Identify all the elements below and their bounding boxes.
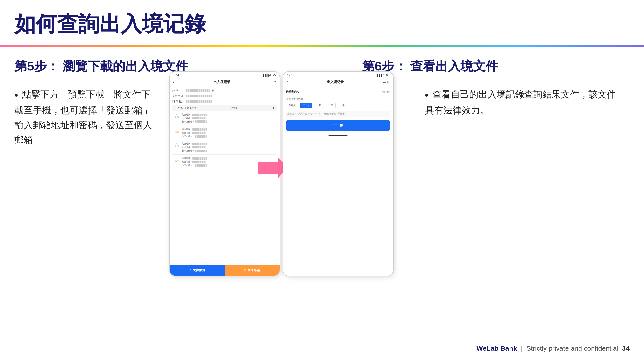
entry2-details: 入境时间： 入境口岸： 所持证件号： bbox=[182, 142, 275, 152]
entry-label-2: ✈ 入境 bbox=[174, 142, 180, 148]
exit-item-1: ✈ 出境 出境时间： 出境口岸： 所持证件号： bbox=[172, 125, 277, 140]
rainbow-divider bbox=[0, 45, 644, 46]
query-person-value[interactable]: 谢丹娜 › bbox=[382, 90, 390, 94]
phone-left-time: 17:47 bbox=[174, 74, 180, 77]
results-header: 出入境记录查询结果 共4条 ⬇ bbox=[172, 105, 277, 111]
range-5years[interactable]: 五年 bbox=[326, 103, 336, 108]
page-title: 如何查詢出入境记錄 bbox=[14, 10, 206, 38]
phone-right-status-bar: 17:47 ▐▐▐ ⊙ 95 bbox=[283, 72, 393, 78]
query-person-label: 选择查询人 bbox=[286, 90, 299, 94]
phone-left-nav-icons: ··· ⊙ bbox=[270, 80, 276, 84]
period-value bbox=[186, 100, 212, 103]
range-custom[interactable]: 自定义 bbox=[286, 103, 298, 108]
home-indicator bbox=[328, 135, 348, 136]
period-row: 时 间 段： bbox=[172, 100, 277, 103]
plane-icon-exit1: ✈ bbox=[176, 128, 178, 130]
step5-heading: 第5步： 瀏覽下載的出入境文件 bbox=[14, 58, 188, 75]
bird-icon: 🐦 bbox=[211, 89, 215, 92]
name-label: 姓 名： bbox=[172, 89, 186, 92]
back-icon-right[interactable]: ‹ bbox=[286, 79, 288, 84]
range-3months[interactable]: 三个月 bbox=[300, 103, 312, 108]
entry-item-1: ✈ 入境 入境时间： 入境口岸： 所持证件号： bbox=[172, 111, 277, 125]
range-buttons: 自定义 三个月 一年 五年 十年 bbox=[286, 103, 390, 108]
name-row: 姓 名： 🐦 bbox=[172, 89, 277, 92]
results-label: 出入境记录查询结果 bbox=[175, 106, 196, 110]
phone-left-navbar: ‹ 出入境记录 ··· ⊙ bbox=[170, 78, 280, 86]
phone-left-nav-title: 出入境记录 bbox=[214, 80, 230, 84]
select-range-label: 请选择查询范围 bbox=[286, 98, 390, 101]
id-label: 证件号码： bbox=[172, 94, 186, 98]
warning-text: 温馨提示：只支持查询本人2007年1月1日至今的出入境记录 bbox=[286, 111, 390, 117]
entry-item-2: ✈ 入境 入境时间： 入境口岸： 所持证件号： bbox=[172, 140, 277, 154]
phone-left-signal: ▐▐▐ ⊙ 95 bbox=[262, 74, 276, 77]
id-value bbox=[186, 95, 212, 97]
plane-icon-entry2: ✈ bbox=[176, 142, 178, 145]
phone-right-nav-title: 出入境记录 bbox=[327, 80, 344, 84]
range-10years[interactable]: 十年 bbox=[337, 103, 347, 108]
phone-right-nav-icons: ··· ⊙ bbox=[383, 80, 390, 84]
phone-right-navbar: ‹ 出入境记录 ··· ⊙ bbox=[283, 78, 393, 86]
results-count: 共4条 bbox=[231, 106, 238, 110]
step6-bullet-text: 查看自己的出入境記錄查詢結果文件，該文件具有法律效力。 bbox=[425, 87, 623, 118]
id-row: 证件号码： bbox=[172, 94, 277, 98]
plane-icon-exit2: ✈ bbox=[176, 157, 178, 160]
send-email-button[interactable]: □ 发送邮箱 bbox=[224, 265, 280, 276]
entry1-details: 入境时间： 入境口岸： 所持证件号： bbox=[182, 113, 275, 123]
plane-icon-entry1: ✈ bbox=[176, 113, 178, 116]
footer: WeLab Bank | Strictly private and confid… bbox=[476, 345, 630, 352]
phone-right-time: 17:47 bbox=[287, 74, 294, 77]
phone-mockup-right: 17:47 ▐▐▐ ⊙ 95 ‹ 出入境记录 ··· ⊙ 选择查询人 谢丹娜 ›… bbox=[282, 71, 394, 276]
entry-label-1: ✈ 入境 bbox=[174, 113, 180, 119]
query-person-row: 选择查询人 谢丹娜 › bbox=[286, 89, 390, 95]
footer-divider: | bbox=[521, 345, 522, 352]
period-label: 时 间 段： bbox=[172, 100, 186, 103]
welab-brand: WeLab Bank bbox=[476, 345, 517, 352]
exit-label-1: ✈ 出境 bbox=[174, 128, 180, 133]
phone-left-bottom-btns: ☆ 文件预览 □ 发送邮箱 bbox=[170, 265, 280, 276]
phone-right-content: 选择查询人 谢丹娜 › 请选择查询范围 自定义 三个月 一年 五年 十年 温馨提… bbox=[283, 86, 393, 139]
preview-button[interactable]: ☆ 文件预览 bbox=[170, 265, 224, 276]
next-button[interactable]: 下一步 bbox=[286, 120, 390, 131]
name-value bbox=[186, 89, 210, 92]
step5-bullet-text: 點擊下方「預覽下載」將文件下載至手機，也可選擇「發送郵箱」輸入郵箱地址和密碼，發… bbox=[14, 87, 154, 147]
back-icon[interactable]: ‹ bbox=[173, 79, 174, 84]
footer-page-number: 34 bbox=[622, 345, 630, 352]
footer-confidential: Strictly private and confidential bbox=[526, 345, 618, 352]
phone-left-status-bar: 17:47 ▐▐▐ ⊙ 95 bbox=[170, 72, 280, 78]
download-icon: ⬇ bbox=[272, 107, 274, 110]
range-1year[interactable]: 一年 bbox=[314, 103, 324, 108]
phone-right-signal: ▐▐▐ ⊙ 95 bbox=[376, 74, 389, 77]
exit-label-2: ✈ 出境 bbox=[174, 157, 180, 163]
exit1-details: 出境时间： 出境口岸： 所持证件号： bbox=[182, 127, 275, 138]
